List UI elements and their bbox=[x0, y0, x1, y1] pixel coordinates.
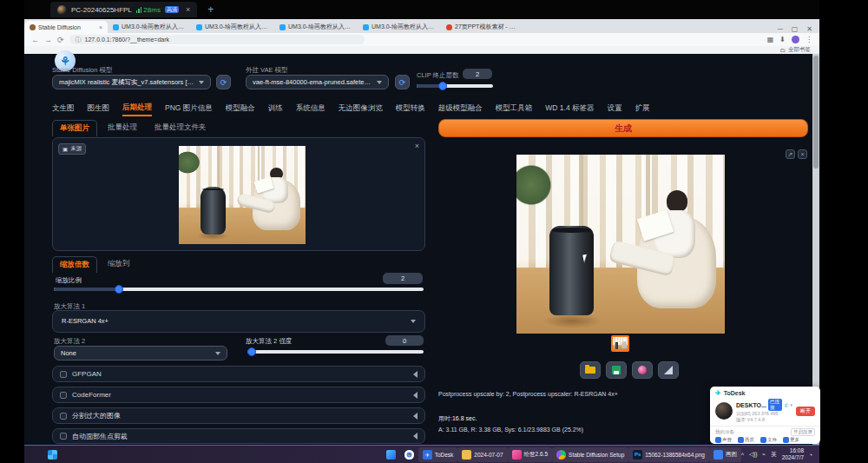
taskbar-todesk[interactable]: ✈ ToDesk bbox=[418, 447, 458, 462]
tab-png-info[interactable]: PNG 图片信息 bbox=[165, 103, 213, 116]
forward-icon[interactable]: → bbox=[44, 36, 52, 44]
browser-menu-icon[interactable]: ⋮ bbox=[806, 36, 812, 43]
network-icon[interactable]: ⌁ bbox=[762, 451, 766, 458]
close-result-icon[interactable]: × bbox=[798, 149, 807, 159]
close-tab-icon[interactable]: × bbox=[99, 24, 102, 30]
window-maximize-button[interactable]: ▢ bbox=[792, 25, 799, 33]
notification-bell-icon[interactable]: ◔ bbox=[809, 452, 812, 458]
resize-value[interactable]: 2 bbox=[383, 273, 423, 284]
tab-checkpoint-merger[interactable]: 模型融合 bbox=[226, 103, 255, 116]
window-close-button[interactable]: ✕ bbox=[806, 25, 812, 33]
disconnect-button[interactable]: 断开 bbox=[796, 407, 815, 416]
page-scrollbar-thumb[interactable] bbox=[813, 56, 819, 169]
accordion-gfpgan[interactable]: GFPGAN bbox=[52, 366, 425, 382]
browser-tab[interactable]: UM3.0-绘画教程从入门到精通 - 哔哩哔哩 bbox=[108, 21, 191, 33]
quality-button[interactable]: 画质 bbox=[738, 437, 754, 443]
tab-system-info[interactable]: 系统信息 bbox=[296, 103, 326, 116]
open-folder-button[interactable] bbox=[580, 361, 601, 379]
tab-super-merger[interactable]: 超级模型融合 bbox=[438, 103, 483, 116]
taskbar-paint[interactable]: 画图 bbox=[709, 447, 741, 462]
phone-icon[interactable]: ✆ bbox=[784, 402, 788, 408]
accordion-auto-focal-crop[interactable]: 自动面部焦点剪裁 bbox=[52, 428, 425, 444]
sd-model-dropdown[interactable]: majicMIX realistic 麦橘写实_v7.safetensors [… bbox=[52, 75, 211, 89]
taskbar-folder[interactable]: 2024-07-07 bbox=[457, 447, 507, 462]
bookmarks-bar: 🗀 全部书签 bbox=[24, 46, 819, 54]
clip-skip-slider[interactable] bbox=[417, 84, 493, 88]
remote-session-tab[interactable]: PC-20240625HFPL 28ms 高清 × bbox=[50, 2, 197, 17]
tab-infinite-browser[interactable]: 无边图像浏览 bbox=[339, 103, 383, 116]
upscaler2-visibility-value[interactable]: 0 bbox=[385, 335, 424, 346]
browser-tab[interactable]: UM3.0-绘画教程从入门到精通 - 哔哩哔哩 bbox=[358, 21, 441, 33]
expand-result-icon[interactable]: ↗ bbox=[786, 149, 795, 159]
todesk-screencast-button[interactable]: 开启投屏 bbox=[791, 428, 815, 436]
send-to-extras-button[interactable] bbox=[658, 361, 679, 379]
close-session-icon[interactable]: × bbox=[186, 5, 190, 14]
subtab-batch-folder[interactable]: 批量处理文件夹 bbox=[148, 120, 214, 136]
save-image-button[interactable] bbox=[606, 361, 627, 379]
save-zip-button[interactable] bbox=[632, 361, 653, 379]
language-indicator[interactable]: 英 bbox=[771, 451, 777, 459]
new-session-button[interactable]: + bbox=[207, 3, 214, 16]
upscaler2-dropdown[interactable]: None bbox=[54, 346, 227, 360]
file-transfer-button[interactable]: 文件 bbox=[760, 437, 777, 443]
refresh-models-button[interactable]: ⟳ bbox=[216, 75, 231, 89]
reload-icon[interactable]: ⟳ bbox=[57, 36, 64, 44]
resize-slider[interactable] bbox=[54, 288, 424, 291]
tab-train[interactable]: 训练 bbox=[268, 103, 283, 116]
taskbar-huishi-launcher[interactable]: 绘世2.6.5 bbox=[508, 447, 552, 462]
codeformer-checkbox[interactable] bbox=[60, 392, 67, 399]
site-info-icon[interactable]: ⓘ bbox=[76, 36, 82, 44]
tab-model-converter[interactable]: 模型转换 bbox=[396, 103, 425, 116]
browser-tab[interactable]: UM3.0-绘画教程从入门到精通 - 哔哩哔哩 bbox=[274, 21, 358, 33]
browser-tab[interactable]: UM3.0-绘画教程从入门到精通 - 哔哩哔哩 bbox=[191, 21, 274, 33]
volume-icon[interactable]: ◁)) bbox=[749, 451, 757, 458]
more-button[interactable]: 更多 bbox=[783, 437, 799, 443]
tab-scale-to[interactable]: 缩放到 bbox=[101, 256, 137, 273]
subtab-batch-process[interactable]: 批量处理 bbox=[101, 120, 144, 136]
address-bar[interactable]: ⓘ 127.0.0.1:7860/?__theme=dark bbox=[69, 35, 365, 44]
browser-tab[interactable]: 27页PPT模板素材 - 夸克网盘 bbox=[441, 21, 524, 33]
profile-avatar[interactable] bbox=[792, 36, 799, 43]
download-icon[interactable]: ⬇ bbox=[779, 36, 786, 43]
taskbar-sd-setup[interactable]: Stable Diffusion Setup bbox=[552, 447, 628, 462]
accordion-split-oversized[interactable]: 分割过大的图像 bbox=[52, 407, 425, 424]
tab-extensions[interactable]: 扩展 bbox=[635, 103, 649, 116]
start-button[interactable] bbox=[43, 447, 62, 462]
upscaler1-dropdown[interactable]: R-ESRGAN 4x+ bbox=[56, 314, 422, 328]
upscaler2-visibility-slider[interactable] bbox=[247, 350, 424, 354]
result-image[interactable] bbox=[516, 155, 725, 334]
tab-extras[interactable]: 后期处理 bbox=[122, 103, 152, 116]
translate-icon[interactable]: ▦ bbox=[767, 36, 774, 43]
gfpgan-checkbox[interactable] bbox=[60, 371, 67, 378]
clip-skip-value[interactable]: 2 bbox=[463, 69, 492, 79]
clear-image-icon[interactable]: × bbox=[415, 142, 419, 150]
tab-txt2img[interactable]: 文生图 bbox=[52, 103, 75, 116]
refresh-vae-button[interactable]: ⟳ bbox=[395, 75, 410, 89]
tray-chevron-icon[interactable]: ^ bbox=[741, 452, 744, 458]
sound-button[interactable]: 声音 bbox=[715, 437, 732, 443]
todesk-popup[interactable]: ✈ ToDesk DESKTO... 已连接 ✆ ▾ 识别码 263 376 4… bbox=[710, 387, 820, 444]
browser-tab-active[interactable]: Stable Diffusion × bbox=[24, 21, 108, 33]
taskbar-photoshop[interactable]: Ps 15062-1386584x64.png bbox=[628, 447, 709, 462]
taskbar-clock[interactable]: 16:08 2024/7/7 bbox=[782, 447, 804, 461]
all-bookmarks-label[interactable]: 全部书签 bbox=[788, 46, 811, 54]
generate-button[interactable]: 生成 bbox=[438, 119, 808, 137]
tab-settings[interactable]: 设置 bbox=[607, 103, 621, 116]
taskbar-widgets[interactable] bbox=[382, 447, 400, 462]
remote-avatar bbox=[57, 5, 67, 15]
subtab-single-image[interactable]: 单张图片 bbox=[52, 120, 97, 136]
back-icon[interactable]: ← bbox=[31, 36, 39, 44]
tab-wd14-tagger[interactable]: WD 1.4 标签器 bbox=[545, 103, 594, 116]
gallery-thumbnail[interactable] bbox=[611, 335, 629, 352]
window-minimize-button[interactable]: ─ bbox=[778, 25, 783, 33]
tab-model-toolkit[interactable]: 模型工具箱 bbox=[496, 103, 533, 116]
split-oversized-checkbox[interactable] bbox=[60, 413, 67, 420]
taskbar-chrome[interactable] bbox=[400, 447, 418, 462]
tab-scale-by[interactable]: 缩放倍数 bbox=[52, 256, 97, 273]
auto-focal-crop-checkbox[interactable] bbox=[60, 433, 67, 440]
accordion-codeformer[interactable]: CodeFormer bbox=[52, 387, 425, 403]
vae-dropdown[interactable]: vae-ft-mse-840000-ema-pruned.safetensors bbox=[246, 75, 389, 89]
chevron-down-icon[interactable]: ▾ bbox=[790, 402, 792, 407]
tab-img2img[interactable]: 图生图 bbox=[88, 103, 110, 116]
source-image-dropzone[interactable]: ▣来源 × bbox=[52, 137, 425, 251]
